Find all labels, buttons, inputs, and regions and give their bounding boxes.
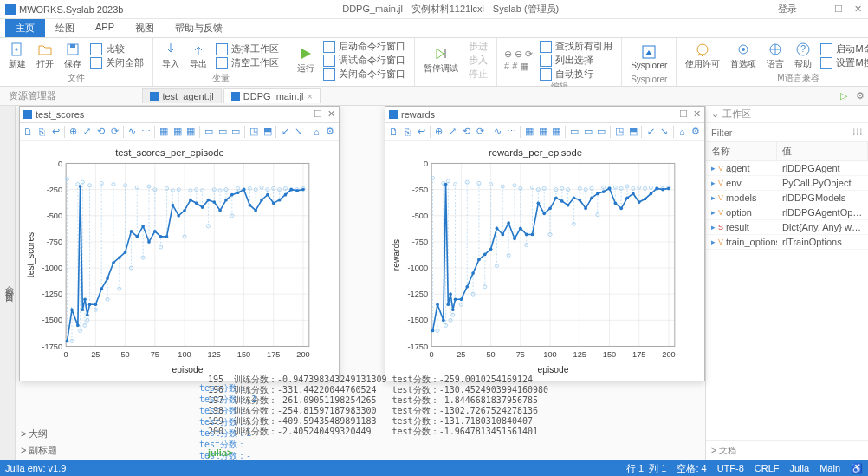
ribbon-tab-home[interactable]: 主页 bbox=[5, 19, 45, 37]
plot-tool-icon[interactable]: ▭ bbox=[569, 126, 580, 138]
plot-tool-icon[interactable]: ⎘ bbox=[403, 126, 413, 138]
workspace-row[interactable]: ▸Vtrain_optionsrlTrainOptions bbox=[706, 235, 868, 250]
plot-tool-icon[interactable]: ⬒ bbox=[262, 126, 273, 138]
ribbon-tab-app[interactable]: APP bbox=[85, 19, 125, 37]
plot-tool-icon[interactable]: ⋯ bbox=[506, 126, 516, 138]
plot-tool-icon[interactable]: 🗋 bbox=[23, 126, 34, 138]
start-cmd-button[interactable]: 启动命令行窗口 bbox=[321, 40, 409, 53]
plot-tool-icon[interactable]: ⊕ bbox=[68, 126, 79, 138]
plot-tool-icon[interactable]: ▦ bbox=[551, 126, 561, 138]
step-button[interactable]: 步进 bbox=[465, 40, 491, 53]
plot-tool-icon[interactable]: ⬒ bbox=[628, 126, 638, 138]
grid-button[interactable]: # # ▦ bbox=[502, 61, 534, 72]
grid-icon[interactable]: ⁞⁞⁞ bbox=[852, 127, 863, 138]
plot-tool-icon[interactable]: ◳ bbox=[249, 126, 259, 138]
lang-button[interactable]: 语言 bbox=[763, 40, 787, 72]
workspace-row[interactable]: ▸VagentrlDDPGAgent bbox=[706, 161, 868, 176]
run-button[interactable]: 运行 bbox=[294, 44, 318, 76]
plot-tool-icon[interactable]: ∿ bbox=[493, 126, 503, 138]
status-module[interactable]: Main bbox=[819, 463, 840, 473]
new-button[interactable]: 新建 bbox=[5, 40, 29, 72]
plot-tool-icon[interactable]: ⟳ bbox=[109, 126, 120, 138]
status-notif-icon[interactable]: ♿ bbox=[851, 463, 863, 474]
m-cmd-button[interactable]: 启动M命令行窗口 bbox=[819, 42, 868, 55]
m-path-button[interactable]: 设置M搜索路径 bbox=[819, 56, 868, 69]
prefs-button[interactable]: 首选项 bbox=[727, 40, 760, 72]
left-side-strip[interactable]: 命 令 行 窗 口 bbox=[0, 106, 16, 460]
plot-tool-icon[interactable]: ↙ bbox=[280, 126, 290, 138]
status-cursor[interactable]: 行 1, 列 1 bbox=[626, 462, 666, 475]
status-lang[interactable]: Julia bbox=[790, 463, 810, 473]
workspace-row[interactable]: ▸VmodelsrlDDPGModels bbox=[706, 191, 868, 205]
maximize-icon[interactable]: ☐ bbox=[679, 108, 688, 120]
plot-tool-icon[interactable]: ▦ bbox=[159, 126, 169, 138]
plot-tool-icon[interactable]: ⟲ bbox=[95, 126, 106, 138]
plot-tool-icon[interactable]: ⤢ bbox=[448, 126, 458, 138]
gear-icon[interactable]: ⚙ bbox=[856, 90, 865, 101]
plot-canvas[interactable]: test_scores_per_episode0-250-500-750-100… bbox=[23, 145, 316, 377]
close-icon[interactable]: ✕ bbox=[327, 108, 335, 120]
plot-tool-icon[interactable]: ◳ bbox=[614, 126, 625, 138]
zoomin-button[interactable]: ⊕ ⊖ ⟳ bbox=[502, 49, 534, 60]
status-eol[interactable]: CRLF bbox=[755, 463, 780, 473]
explorer-label[interactable]: 资源管理器 bbox=[3, 89, 62, 102]
workspace-row[interactable]: ▸VoptionrlDDPGAgentOptio... bbox=[706, 205, 868, 220]
plot-tool-icon[interactable]: ↘ bbox=[659, 126, 670, 138]
plot-tool-icon[interactable]: ⚙ bbox=[690, 126, 701, 138]
plot-tool-icon[interactable]: ▦ bbox=[538, 126, 548, 138]
plot-window-test-scores[interactable]: test_scores ─ ☐ ✕ 🗋⎘↩⊕⤢⟲⟳∿⋯▦▦▦▭▭▭◳⬒↙↘⌂⚙ … bbox=[19, 106, 340, 381]
select-workspace-button[interactable]: 选择工作区 bbox=[214, 42, 282, 55]
plot-tool-icon[interactable]: 🗋 bbox=[389, 126, 399, 138]
find-refs-button[interactable]: 查找所有引用 bbox=[538, 40, 616, 53]
status-encoding[interactable]: UTF-8 bbox=[717, 463, 744, 473]
plot-canvas[interactable]: rewards_per_episode0-250-500-750-1000-12… bbox=[389, 145, 682, 377]
workspace-row[interactable]: ▸VenvPyCall.PyObject bbox=[706, 176, 868, 191]
plot-tool-icon[interactable]: ⤢ bbox=[82, 126, 93, 138]
tab-ddpg-main[interactable]: DDPG_main.jl× bbox=[223, 88, 321, 103]
status-indent[interactable]: 空格: 4 bbox=[677, 462, 706, 475]
plot-tool-icon[interactable]: ▭ bbox=[204, 126, 214, 138]
workspace-filter-input[interactable] bbox=[711, 127, 849, 138]
plot-tool-icon[interactable]: ⋯ bbox=[140, 126, 151, 138]
debug-cmd-button[interactable]: 调试命令行窗口 bbox=[321, 54, 409, 67]
plot-tool-icon[interactable]: ▦ bbox=[524, 126, 534, 138]
open-button[interactable]: 打开 bbox=[33, 40, 57, 72]
plot-tool-icon[interactable]: ↘ bbox=[294, 126, 304, 138]
import-button[interactable]: 导入 bbox=[159, 40, 183, 72]
minimize-icon[interactable]: ─ bbox=[301, 108, 308, 120]
minimize-icon[interactable]: ─ bbox=[667, 108, 674, 120]
plot-tool-icon[interactable]: ↙ bbox=[645, 126, 656, 138]
ribbon-tab-plot[interactable]: 绘图 bbox=[45, 19, 85, 37]
pause-debug-button[interactable]: 暂停调试 bbox=[420, 44, 462, 76]
tab-test-agent[interactable]: test_agent.jl bbox=[142, 88, 221, 103]
clear-workspace-button[interactable]: 清空工作区 bbox=[214, 56, 282, 69]
docs-toggle[interactable]: > 文档 bbox=[706, 440, 868, 460]
sysplorer-button[interactable]: Sysplorer bbox=[627, 42, 670, 72]
help-button[interactable]: ?帮助 bbox=[791, 40, 815, 72]
plot-tool-icon[interactable]: ⌂ bbox=[677, 126, 688, 138]
plot-tool-icon[interactable]: ▦ bbox=[172, 126, 183, 138]
close-button[interactable]: ✕ bbox=[852, 4, 863, 15]
maximize-icon[interactable]: ☐ bbox=[314, 108, 322, 120]
plot-tool-icon[interactable]: ⊕ bbox=[434, 126, 444, 138]
close-icon[interactable]: ✕ bbox=[693, 108, 701, 120]
workspace-header[interactable]: ⌄工作区 bbox=[706, 106, 868, 123]
export-button[interactable]: 导出 bbox=[186, 40, 211, 72]
col-value[interactable]: 值 bbox=[777, 142, 868, 160]
workspace-row[interactable]: ▸SresultDict{Any, Any} with... bbox=[706, 220, 868, 235]
plot-tool-icon[interactable]: ▭ bbox=[230, 126, 241, 138]
plot-tool-icon[interactable]: ↩ bbox=[416, 126, 426, 138]
ribbon-tab-view[interactable]: 视图 bbox=[125, 19, 165, 37]
plot-tool-icon[interactable]: ⟳ bbox=[475, 126, 485, 138]
wrap-button[interactable]: 自动换行 bbox=[538, 68, 616, 81]
plot-tool-icon[interactable]: ↩ bbox=[50, 126, 61, 138]
plot-tool-icon[interactable]: ⎘ bbox=[37, 126, 48, 138]
compare-button[interactable]: 比较 bbox=[88, 42, 147, 55]
stop-button[interactable]: 停止 bbox=[465, 68, 491, 81]
plot-tool-icon[interactable]: ⟲ bbox=[461, 126, 471, 138]
col-name[interactable]: 名称 bbox=[706, 142, 777, 160]
plot-tool-icon[interactable]: ⌂ bbox=[312, 126, 322, 138]
save-button[interactable]: 保存 bbox=[61, 40, 85, 72]
step-in-button[interactable]: 步入 bbox=[465, 54, 491, 67]
plot-tool-icon[interactable]: ▭ bbox=[583, 126, 593, 138]
